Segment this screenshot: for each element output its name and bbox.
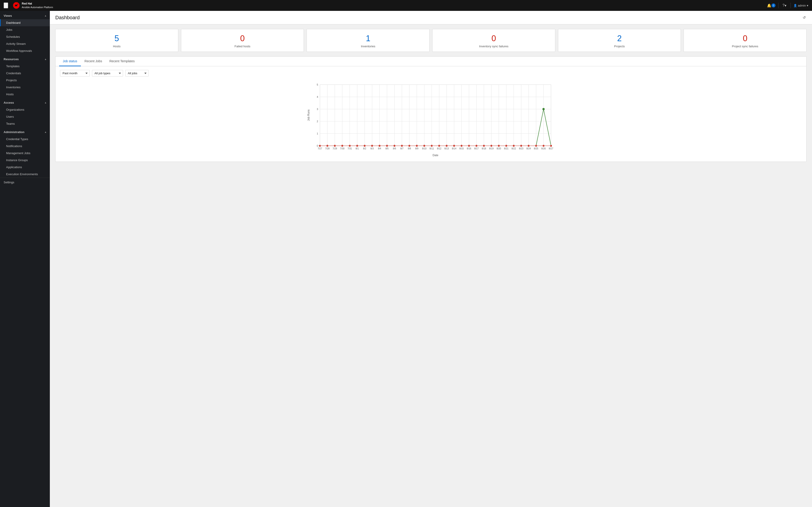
tab-recent-templates[interactable]: Recent Templates bbox=[106, 57, 139, 66]
svg-text:8/13: 8/13 bbox=[445, 147, 449, 150]
access-section-header[interactable]: Access ▴ bbox=[0, 98, 50, 106]
stat-card-failed-hosts[interactable]: 0 Failed hosts bbox=[181, 29, 304, 52]
svg-text:Date: Date bbox=[433, 154, 439, 157]
stat-card-inventories[interactable]: 1 Inventories bbox=[307, 29, 429, 52]
stat-card-projects[interactable]: 2 Projects bbox=[558, 29, 681, 52]
svg-text:0: 0 bbox=[317, 145, 318, 147]
hamburger-menu[interactable]: ☰ bbox=[4, 2, 8, 8]
stat-label-failed-hosts: Failed hosts bbox=[185, 45, 300, 48]
administration-chevron: ▴ bbox=[45, 130, 46, 133]
svg-text:7/29: 7/29 bbox=[333, 147, 337, 150]
sidebar-item-instance-groups[interactable]: Instance Groups bbox=[0, 157, 50, 164]
svg-text:8/1: 8/1 bbox=[356, 147, 359, 150]
svg-text:4: 4 bbox=[317, 96, 318, 98]
sidebar-item-notifications[interactable]: Notifications bbox=[0, 143, 50, 150]
svg-text:7/28: 7/28 bbox=[325, 147, 329, 150]
help-button[interactable]: ? ▾ bbox=[781, 2, 788, 9]
jobs-select[interactable]: All jobsSuccessfulFailed bbox=[125, 70, 149, 76]
tab-job-status[interactable]: Job status bbox=[59, 57, 81, 66]
stat-number-inventory-sync-failures: 0 bbox=[436, 34, 551, 43]
sidebar: Views ▴ DashboardJobsSchedulesActivity S… bbox=[0, 11, 50, 507]
resources-label: Resources bbox=[4, 57, 18, 61]
access-items: OrganizationsUsersTeams bbox=[0, 106, 50, 127]
administration-label: Administration bbox=[4, 130, 24, 134]
sidebar-item-hosts[interactable]: Hosts bbox=[0, 91, 50, 98]
svg-text:8/18: 8/18 bbox=[482, 147, 486, 150]
stat-number-inventories: 1 bbox=[310, 34, 426, 43]
svg-text:8/3: 8/3 bbox=[370, 147, 373, 150]
sidebar-item-management-jobs[interactable]: Management Jobs bbox=[0, 150, 50, 157]
svg-text:8/25: 8/25 bbox=[534, 147, 538, 150]
svg-text:8/12: 8/12 bbox=[437, 147, 442, 150]
views-chevron: ▴ bbox=[45, 14, 46, 17]
sidebar-item-workflow-approvals[interactable]: Workflow Approvals bbox=[0, 47, 50, 54]
svg-text:8/24: 8/24 bbox=[526, 147, 531, 150]
resources-chevron: ▴ bbox=[45, 58, 46, 61]
stat-label-inventories: Inventories bbox=[310, 45, 426, 48]
svg-text:5: 5 bbox=[317, 83, 318, 86]
page-title: Dashboard bbox=[55, 15, 80, 20]
svg-text:8/4: 8/4 bbox=[378, 147, 381, 150]
stat-label-inventory-sync-failures: Inventory sync failures bbox=[436, 45, 551, 48]
sidebar-item-execution-environments[interactable]: Execution Environments bbox=[0, 171, 50, 178]
resources-items: TemplatesCredentialsProjectsInventoriesH… bbox=[0, 63, 50, 98]
svg-text:7/27: 7/27 bbox=[318, 147, 322, 150]
views-section-header[interactable]: Views ▴ bbox=[0, 11, 50, 19]
sidebar-item-inventories[interactable]: Inventories bbox=[0, 84, 50, 91]
content-area: Dashboard ↺ 5 Hosts 0 Failed hosts 1 Inv… bbox=[50, 11, 812, 507]
resources-section-header[interactable]: Resources ▴ bbox=[0, 54, 50, 63]
sidebar-item-jobs[interactable]: Jobs bbox=[0, 26, 50, 33]
refresh-button[interactable]: ↺ bbox=[802, 14, 807, 20]
panel-tabs: Job statusRecent JobsRecent Templates bbox=[55, 57, 806, 66]
topnav-divider-1 bbox=[778, 3, 778, 8]
svg-text:8/19: 8/19 bbox=[489, 147, 494, 150]
job-type-select[interactable]: All job typesPlaybook runSCM updateInven… bbox=[92, 70, 123, 76]
svg-text:1: 1 bbox=[317, 132, 318, 135]
main-layout: Views ▴ DashboardJobsSchedulesActivity S… bbox=[0, 11, 812, 507]
stat-card-hosts[interactable]: 5 Hosts bbox=[55, 29, 178, 52]
administration-section-header[interactable]: Administration ▴ bbox=[0, 127, 50, 135]
svg-text:8/27: 8/27 bbox=[549, 147, 553, 150]
sidebar-item-dashboard[interactable]: Dashboard bbox=[0, 19, 50, 26]
svg-point-107 bbox=[542, 108, 545, 110]
views-label: Views bbox=[4, 14, 12, 17]
stat-label-hosts: Hosts bbox=[59, 45, 174, 48]
dashboard-panel: Job statusRecent JobsRecent Templates Pa… bbox=[55, 56, 807, 162]
stat-number-project-sync-failures: 0 bbox=[688, 34, 803, 43]
stat-number-projects: 2 bbox=[562, 34, 677, 43]
redhat-logo-icon bbox=[13, 2, 20, 9]
svg-text:8/17: 8/17 bbox=[474, 147, 479, 150]
topnav: ☰ Red Hat Ansible Automation Platform 🔔 … bbox=[0, 0, 812, 11]
sidebar-item-applications[interactable]: Applications bbox=[0, 164, 50, 171]
svg-text:8/15: 8/15 bbox=[459, 147, 464, 150]
topnav-divider-2 bbox=[791, 3, 791, 8]
sidebar-item-organizations[interactable]: Organizations bbox=[0, 106, 50, 113]
user-menu[interactable]: 👤 admin ▾ bbox=[794, 4, 808, 7]
notifications-area[interactable]: 🔔 0 bbox=[766, 2, 775, 9]
sidebar-item-credential-types[interactable]: Credential Types bbox=[0, 135, 50, 143]
svg-text:8/2: 8/2 bbox=[363, 147, 366, 150]
notifications-count: 0 bbox=[771, 3, 775, 7]
settings-footer[interactable]: Settings bbox=[0, 178, 50, 187]
svg-text:8/20: 8/20 bbox=[497, 147, 501, 150]
sidebar-item-credentials[interactable]: Credentials bbox=[0, 70, 50, 77]
job-status-chart: 0123457/277/287/297/307/318/18/28/38/48/… bbox=[60, 80, 802, 157]
sidebar-item-activity-stream[interactable]: Activity Stream bbox=[0, 40, 50, 47]
sidebar-item-templates[interactable]: Templates bbox=[0, 63, 50, 70]
period-select[interactable]: Past monthPast two weeksPast weekPast da… bbox=[60, 70, 90, 76]
sidebar-item-schedules[interactable]: Schedules bbox=[0, 33, 50, 40]
user-name: admin bbox=[798, 4, 806, 7]
stat-label-projects: Projects bbox=[562, 45, 677, 48]
svg-text:8/5: 8/5 bbox=[386, 147, 389, 150]
sidebar-item-teams[interactable]: Teams bbox=[0, 120, 50, 127]
views-items: DashboardJobsSchedulesActivity StreamWor… bbox=[0, 19, 50, 54]
access-chevron: ▴ bbox=[45, 101, 46, 104]
sidebar-item-projects[interactable]: Projects bbox=[0, 77, 50, 84]
stat-card-project-sync-failures[interactable]: 0 Project sync failures bbox=[683, 29, 807, 52]
tab-recent-jobs[interactable]: Recent Jobs bbox=[81, 57, 106, 66]
stat-card-inventory-sync-failures[interactable]: 0 Inventory sync failures bbox=[432, 29, 555, 52]
sidebar-item-users[interactable]: Users bbox=[0, 113, 50, 120]
stat-number-hosts: 5 bbox=[59, 34, 174, 43]
svg-text:2: 2 bbox=[317, 120, 318, 123]
svg-text:7/31: 7/31 bbox=[348, 147, 352, 150]
